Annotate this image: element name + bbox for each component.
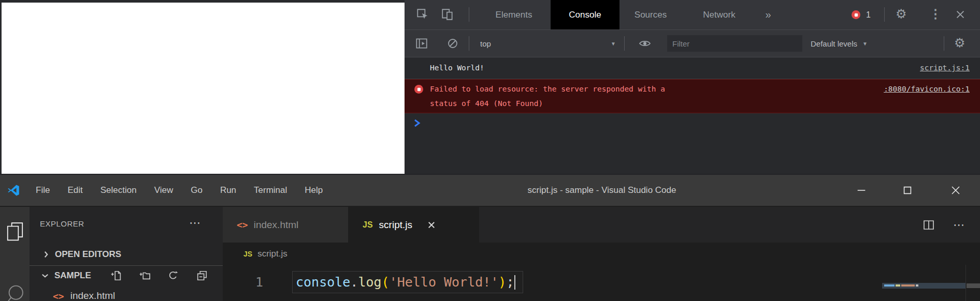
context-selector[interactable]: top ▼ bbox=[480, 30, 616, 57]
context-selector-value: top bbox=[480, 39, 491, 48]
js-file-icon: JS bbox=[243, 250, 252, 258]
breadcrumb-file-label: script.js bbox=[257, 249, 287, 259]
html-file-icon: <> bbox=[237, 219, 248, 230]
tab-sources-label: Sources bbox=[635, 10, 667, 20]
devtools-tabbar: Elements Console Sources Network » 1 ⚙ bbox=[405, 0, 980, 30]
explorer-more-actions-icon[interactable]: ⋯ bbox=[189, 216, 200, 230]
console-log-text: Hello World! bbox=[430, 57, 484, 79]
collapse-folders-icon[interactable] bbox=[196, 270, 208, 281]
devtools-close-icon[interactable] bbox=[955, 9, 966, 20]
error-badge-icon[interactable] bbox=[852, 10, 860, 19]
vscode-logo-icon bbox=[7, 184, 20, 197]
chevron-down-icon bbox=[40, 271, 50, 280]
line-number: 1 bbox=[223, 271, 263, 293]
code-token: console bbox=[296, 275, 350, 290]
code-token: ; bbox=[506, 275, 514, 290]
log-levels-selector[interactable]: Default levels ▼ bbox=[811, 30, 868, 57]
tab-index-html[interactable]: <> index.html bbox=[223, 207, 348, 243]
settings-gear-icon[interactable]: ⚙ bbox=[896, 7, 907, 21]
screenshot-root: Elements Console Sources Network » 1 ⚙ bbox=[0, 0, 980, 301]
menu-help[interactable]: Help bbox=[296, 185, 332, 195]
menubar: File Edit Selection View Go Run Terminal… bbox=[27, 175, 332, 206]
tab-script-js[interactable]: JS script.js bbox=[348, 207, 479, 243]
menu-terminal[interactable]: Terminal bbox=[245, 185, 296, 195]
tab-console-label: Console bbox=[569, 10, 601, 20]
error-icon bbox=[414, 85, 423, 94]
new-file-icon[interactable] bbox=[111, 270, 122, 281]
console-toolbar: top ▼ Default levels ▼ ⚙ bbox=[405, 30, 980, 57]
console-error-source-link[interactable]: :8080/favicon.ico:1 bbox=[884, 82, 970, 96]
minimap-slider[interactable] bbox=[882, 283, 965, 289]
explorer-title: EXPLORER bbox=[40, 219, 84, 228]
menu-run[interactable]: Run bbox=[211, 185, 245, 195]
breadcrumb[interactable]: JS script.js bbox=[223, 243, 980, 265]
search-icon[interactable] bbox=[4, 283, 26, 301]
console-log-source-link[interactable]: script.js:1 bbox=[920, 57, 970, 79]
code-token: log bbox=[358, 275, 381, 290]
new-folder-icon[interactable] bbox=[139, 270, 151, 281]
live-expression-eye-icon[interactable] bbox=[638, 37, 652, 50]
folder-section-sample[interactable]: SAMPLE bbox=[30, 266, 223, 285]
clear-console-icon[interactable] bbox=[446, 37, 459, 50]
console-settings-gear-icon[interactable]: ⚙ bbox=[954, 36, 965, 50]
code-token: ( bbox=[382, 275, 390, 290]
prompt-chevron-icon bbox=[413, 118, 421, 128]
log-levels-value: Default levels bbox=[811, 39, 857, 48]
minimize-button[interactable] bbox=[850, 175, 873, 206]
inspect-element-icon[interactable] bbox=[416, 8, 429, 21]
folder-name-label: SAMPLE bbox=[54, 270, 91, 281]
code-token: . bbox=[350, 275, 358, 290]
more-tabs-icon[interactable]: » bbox=[758, 0, 779, 29]
code-line-1[interactable]: console.log('Hello World!'); bbox=[292, 271, 523, 293]
menu-view[interactable]: View bbox=[146, 185, 182, 195]
js-file-icon: JS bbox=[363, 220, 373, 230]
console-error-text: Failed to load resource: the server resp… bbox=[430, 82, 665, 111]
activity-bar bbox=[0, 207, 30, 301]
code-token: 'Hello World!' bbox=[390, 275, 499, 290]
editor-more-actions-icon[interactable]: ⋯ bbox=[953, 218, 964, 232]
menu-go[interactable]: Go bbox=[182, 185, 211, 195]
tab-network[interactable]: Network bbox=[684, 0, 754, 29]
tab-console[interactable]: Console bbox=[551, 0, 619, 29]
editor-group: <> index.html JS script.js bbox=[223, 207, 980, 301]
menu-file[interactable]: File bbox=[27, 185, 59, 195]
chevron-right-icon bbox=[41, 250, 51, 259]
browser-left-edge bbox=[0, 0, 2, 174]
toolbar-divider bbox=[944, 36, 944, 51]
editor-tabbar: <> index.html JS script.js bbox=[223, 207, 980, 243]
split-editor-icon[interactable] bbox=[922, 219, 935, 231]
toolbar-divider bbox=[469, 7, 469, 22]
menu-edit[interactable]: Edit bbox=[59, 185, 91, 195]
console-error-row: Failed to load resource: the server resp… bbox=[405, 79, 980, 113]
open-editors-section[interactable]: OPEN EDITORS bbox=[30, 244, 223, 265]
tab-close-icon[interactable] bbox=[427, 220, 436, 230]
devtools-panel: Elements Console Sources Network » 1 ⚙ bbox=[405, 0, 980, 174]
console-prompt[interactable] bbox=[405, 113, 980, 133]
error-badge-count[interactable]: 1 bbox=[866, 0, 871, 29]
scrollbar-thumb[interactable] bbox=[967, 283, 980, 288]
explorer-files-icon[interactable] bbox=[5, 220, 25, 243]
menu-selection[interactable]: Selection bbox=[92, 185, 146, 195]
close-button[interactable] bbox=[944, 175, 967, 206]
tab-elements[interactable]: Elements bbox=[477, 0, 551, 29]
refresh-icon[interactable] bbox=[167, 270, 179, 281]
vscode-window: File Edit Selection View Go Run Terminal… bbox=[0, 174, 980, 301]
vscode-titlebar: File Edit Selection View Go Run Terminal… bbox=[0, 175, 980, 206]
tab-sources[interactable]: Sources bbox=[619, 0, 682, 29]
filter-input[interactable] bbox=[667, 35, 802, 52]
code-editor[interactable]: 1 console.log('Hello World!'); bbox=[223, 265, 980, 301]
browser-page bbox=[0, 0, 405, 174]
tab-index-html-label: index.html bbox=[254, 219, 299, 231]
device-toolbar-icon[interactable] bbox=[441, 8, 454, 21]
file-item-index-html[interactable]: <> index.html bbox=[30, 285, 223, 301]
minimap-divider bbox=[965, 265, 966, 301]
browser-top-edge bbox=[0, 0, 405, 3]
kebab-menu-icon[interactable]: ⋮ bbox=[929, 7, 942, 21]
maximize-button[interactable] bbox=[896, 175, 919, 206]
tab-elements-label: Elements bbox=[496, 10, 532, 20]
chevron-down-icon: ▼ bbox=[611, 41, 616, 47]
console-sidebar-icon[interactable] bbox=[415, 37, 428, 50]
toolbar-divider bbox=[884, 7, 885, 22]
tab-script-js-label: script.js bbox=[379, 219, 412, 231]
file-item-label: index.html bbox=[70, 290, 116, 301]
